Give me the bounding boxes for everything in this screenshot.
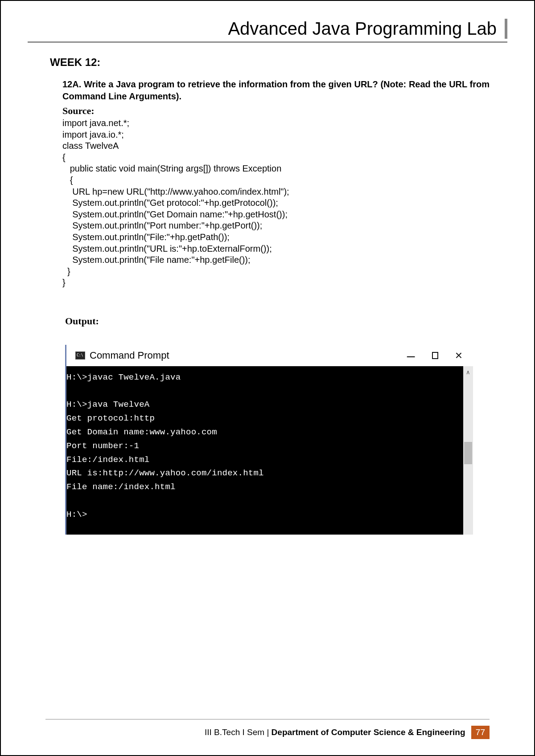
footer-dept: Department of Computer Science & Enginee… xyxy=(272,727,465,737)
output-label: Output: xyxy=(65,315,490,327)
footer-sem: III B.Tech I Sem | xyxy=(205,727,272,737)
footer-text: III B.Tech I Sem | Department of Compute… xyxy=(45,726,490,739)
cmd-title-text: Command Prompt xyxy=(90,350,169,361)
page-footer: III B.Tech I Sem | Department of Compute… xyxy=(45,719,490,739)
source-code: import java.net.*; import java.io.*; cla… xyxy=(62,118,490,289)
content-area: WEEK 12: 12A. Write a Java program to re… xyxy=(28,56,507,535)
cmd-titlebar[interactable]: Command Prompt – × xyxy=(66,345,473,366)
command-prompt-window: Command Prompt – × H:\>javac TwelveA.jav… xyxy=(65,345,473,535)
cmd-body-wrap: H:\>javac TwelveA.java H:\>java TwelveA … xyxy=(66,366,473,535)
cmd-scrollbar[interactable]: ∧ xyxy=(463,366,473,535)
maximize-button[interactable] xyxy=(432,352,438,359)
scroll-thumb[interactable] xyxy=(464,442,472,464)
cmd-title-left: Command Prompt xyxy=(75,350,169,361)
footer-divider xyxy=(45,719,490,719)
source-label: Source: xyxy=(62,105,490,117)
cmd-window-controls: – × xyxy=(407,348,462,363)
page: Advanced Java Programming Lab WEEK 12: 1… xyxy=(0,0,535,756)
page-number: 77 xyxy=(471,726,490,739)
question-text: 12A. Write a Java program to retrieve th… xyxy=(62,78,490,102)
scroll-up-icon[interactable]: ∧ xyxy=(463,369,473,376)
close-button[interactable]: × xyxy=(455,348,462,363)
header-divider xyxy=(28,41,507,43)
cmd-output[interactable]: H:\>javac TwelveA.java H:\>java TwelveA … xyxy=(66,366,463,535)
week-heading: WEEK 12: xyxy=(50,56,490,69)
page-title: Advanced Java Programming Lab xyxy=(135,19,507,39)
cmd-icon xyxy=(75,351,85,360)
